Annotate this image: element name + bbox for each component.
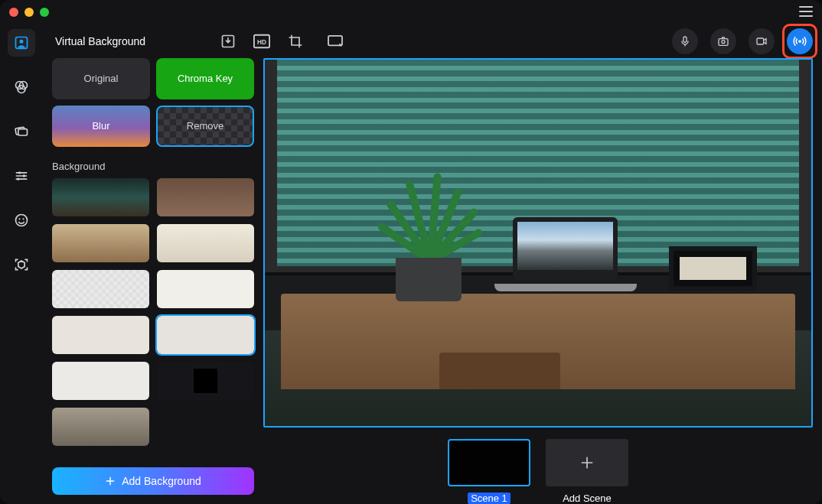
titlebar [0,0,822,24]
background-thumb-2[interactable] [157,178,254,216]
svg-point-7 [18,171,21,174]
background-thumb-11[interactable] [52,408,149,446]
svg-rect-18 [683,37,687,42]
svg-point-8 [23,174,25,177]
mode-blur[interactable]: Blur [52,106,150,147]
svg-rect-21 [757,38,764,44]
scene-1-label: Scene 1 [468,493,510,504]
panel-title: Virtual Background [52,35,205,47]
svg-point-9 [17,177,19,180]
svg-point-17 [339,44,341,46]
sidebar-item-adjustments[interactable] [8,162,35,190]
minimize-window-button[interactable] [24,8,34,17]
add-background-button[interactable]: Add Background [52,467,254,495]
preview-canvas[interactable] [263,58,813,428]
add-scene-thumb[interactable] [546,439,628,486]
sidebar-item-3d-scan[interactable] [8,251,35,278]
highlight-indicator [782,24,817,59]
add-scene-label: Add Scene [563,493,612,504]
background-thumb-9[interactable] [52,362,149,400]
plus-icon [579,455,595,470]
mode-chroma-label: Chroma Key [178,73,233,84]
app-window: Virtual Background HD [0,0,822,504]
mode-original-label: Original [84,73,119,84]
stream-button[interactable] [787,28,813,54]
svg-point-11 [18,218,20,219]
canvas-icon[interactable] [325,31,346,52]
background-section-title: Background [52,161,254,172]
preview-area: Scene 1 Add Scene [263,58,822,504]
sidebar-item-virtual-background[interactable] [8,29,35,57]
record-button[interactable] [749,28,775,54]
top-toolbar: Virtual Background HD [43,24,822,58]
scene-item-1: Scene 1 [448,439,530,504]
left-panel: Original Chroma Key Blur Remove Backgrou… [43,58,263,504]
sidebar-item-avatar[interactable] [8,206,35,234]
snapshot-button[interactable] [710,28,736,54]
maximize-window-button[interactable] [40,8,49,17]
mode-chroma-key[interactable]: Chroma Key [156,58,254,99]
background-thumb-3[interactable] [52,224,149,262]
svg-text:HD: HD [257,38,266,45]
close-window-button[interactable] [9,8,18,17]
svg-point-20 [722,40,725,43]
sidebar-item-card[interactable] [8,118,35,145]
background-thumb-7[interactable] [52,316,149,354]
background-thumb-10[interactable] [157,362,254,400]
sidebar [0,24,43,504]
plus-icon [105,476,116,486]
mode-remove-label: Remove [187,120,223,132]
laptop-illustration [494,217,637,305]
mode-grid: Original Chroma Key Blur Remove [52,58,254,147]
svg-rect-6 [18,128,28,135]
sidebar-item-color[interactable] [8,73,35,101]
background-thumb-6[interactable] [157,270,254,308]
hamburger-menu-icon[interactable] [799,6,813,17]
mode-original[interactable]: Original [52,58,150,99]
add-background-label: Add Background [122,475,201,487]
main: Virtual Background HD [0,24,822,504]
scene-1-thumb[interactable] [448,439,530,486]
picture-frame-illustration [669,246,756,291]
svg-point-10 [16,214,28,226]
svg-rect-19 [719,38,728,45]
content: Virtual Background HD [43,24,822,504]
preview-scene-image [265,60,811,426]
window-controls [9,8,49,17]
background-grid [52,178,254,446]
background-thumb-8[interactable] [157,316,254,354]
toolbar-right-group [672,28,813,54]
scenes-strip: Scene 1 Add Scene [263,428,813,504]
crop-icon[interactable] [285,31,306,52]
mic-button[interactable] [672,28,698,54]
hd-icon[interactable]: HD [251,31,272,52]
background-thumb-4[interactable] [157,224,254,262]
mid-row: Original Chroma Key Blur Remove Backgrou… [43,58,822,504]
toolbar-left-group: HD [217,31,346,52]
svg-point-12 [22,218,24,219]
background-thumb-5[interactable] [52,270,149,308]
import-icon[interactable] [217,31,239,52]
scene-item-add: Add Scene [546,439,628,504]
mode-blur-label: Blur [92,120,109,132]
svg-point-1 [20,40,24,44]
background-thumb-1[interactable] [52,178,149,216]
mode-remove[interactable]: Remove [156,106,254,147]
